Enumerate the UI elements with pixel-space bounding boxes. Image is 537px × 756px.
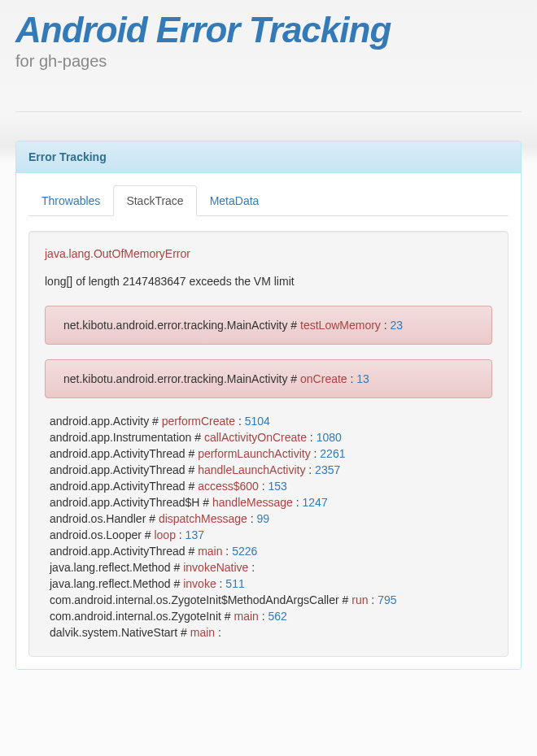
stack-frame: android.app.Instrumentation # callActivi…	[50, 429, 492, 445]
frame-class: android.app.ActivityThread	[50, 545, 186, 558]
frame-method: invoke	[183, 577, 216, 590]
frame-method: testLowMemory	[300, 319, 381, 332]
tab-throwables[interactable]: Throwables	[28, 185, 113, 216]
frame-line[interactable]: 13	[356, 372, 369, 385]
frame-class: net.kibotu.android.error.tracking.MainAc…	[63, 372, 287, 385]
stack-frame: android.app.ActivityThread # handleLaunc…	[50, 462, 492, 478]
stack-frame: android.app.ActivityThread$H # handleMes…	[50, 494, 492, 511]
app-stack-frame: net.kibotu.android.error.tracking.MainAc…	[45, 306, 492, 345]
frame-line[interactable]: 23	[391, 319, 404, 332]
stack-frame: android.app.Activity # performCreate : 5…	[50, 413, 492, 429]
stack-frame: android.os.Handler # dispatchMessage : 9…	[50, 511, 492, 527]
frame-class: android.os.Handler	[50, 512, 146, 525]
frame-method: performCreate	[162, 415, 235, 428]
system-frames: android.app.Activity # performCreate : 5…	[45, 413, 492, 641]
tabs: ThrowablesStackTraceMetaData	[28, 185, 509, 216]
frame-method: performLaunchActivity	[198, 447, 311, 460]
frame-method: handleLaunchActivity	[198, 463, 305, 476]
frame-method: invokeNative	[183, 561, 248, 574]
stack-frame: android.os.Looper # loop : 137	[50, 527, 492, 543]
panel-heading: Error Tracking	[16, 141, 521, 173]
app-stack-frame: net.kibotu.android.error.tracking.MainAc…	[45, 359, 492, 398]
frame-line[interactable]: 2357	[315, 463, 340, 476]
page-title: Android Error Tracking	[15, 0, 522, 52]
frame-line[interactable]: 511	[225, 577, 244, 590]
frame-line[interactable]: 153	[268, 480, 287, 493]
frame-method: main	[190, 626, 215, 639]
frame-line[interactable]: 5226	[232, 545, 257, 558]
stack-frame: com.android.internal.os.ZygoteInit$Metho…	[50, 592, 492, 608]
frame-class: android.app.ActivityThread	[50, 447, 186, 460]
stack-frame: java.lang.reflect.Method # invoke : 511	[50, 576, 492, 592]
panel-body: ThrowablesStackTraceMetaData java.lang.O…	[16, 173, 521, 669]
stack-frame: dalvik.system.NativeStart # main :	[50, 624, 492, 641]
frame-line[interactable]: 1080	[317, 431, 342, 444]
frame-method: access$600	[198, 480, 259, 493]
frame-method: run	[351, 593, 368, 606]
frame-class: android.os.Looper	[50, 528, 142, 541]
frame-class: com.android.internal.os.ZygoteInit$Metho…	[50, 593, 339, 606]
frame-class: java.lang.reflect.Method	[50, 577, 171, 590]
error-tracking-panel: Error Tracking ThrowablesStackTraceMetaD…	[15, 141, 522, 670]
frame-class: net.kibotu.android.error.tracking.MainAc…	[63, 319, 287, 332]
stack-frame: java.lang.reflect.Method # invokeNative …	[50, 559, 492, 576]
frame-line[interactable]: 562	[268, 610, 287, 623]
frame-class: com.android.internal.os.ZygoteInit	[50, 610, 221, 623]
frame-line[interactable]: 1247	[303, 496, 328, 509]
stack-frame: android.app.ActivityThread # performLaun…	[50, 445, 492, 462]
frame-class: android.app.Instrumentation	[50, 431, 191, 444]
frame-line[interactable]: 795	[378, 593, 396, 606]
stacktrace-well: java.lang.OutOfMemoryError long[] of len…	[28, 231, 509, 657]
frame-class: android.app.ActivityThread$H	[50, 496, 199, 509]
frame-method: onCreate	[300, 372, 347, 385]
frame-method: dispatchMessage	[159, 512, 247, 525]
frame-method: loop	[154, 528, 175, 541]
frame-line[interactable]: 137	[186, 528, 204, 541]
frame-method: callActivityOnCreate	[204, 431, 307, 444]
frame-method: main	[234, 610, 258, 623]
frame-class: android.app.Activity	[50, 415, 149, 428]
stack-frame: android.app.ActivityThread # access$600 …	[50, 478, 492, 494]
tab-metadata[interactable]: MetaData	[197, 185, 273, 216]
frame-class: dalvik.system.NativeStart	[50, 626, 177, 639]
frame-line[interactable]: 99	[257, 512, 270, 525]
frame-line[interactable]: 2261	[320, 447, 345, 460]
stack-frame: com.android.internal.os.ZygoteInit # mai…	[50, 608, 492, 624]
exception-class: java.lang.OutOfMemoryError	[45, 247, 492, 260]
tab-stacktrace[interactable]: StackTrace	[113, 185, 196, 216]
frame-method: handleMessage	[212, 496, 293, 509]
frame-class: java.lang.reflect.Method	[50, 561, 171, 574]
frame-method: main	[198, 545, 222, 558]
exception-message: long[] of length 2147483647 exceeds the …	[45, 275, 492, 288]
divider	[15, 111, 522, 112]
frame-line[interactable]: 5104	[245, 415, 270, 428]
frame-class: android.app.ActivityThread	[50, 463, 186, 476]
frame-class: android.app.ActivityThread	[50, 480, 186, 493]
page-subtitle: for gh-pages	[15, 52, 522, 111]
stack-frame: android.app.ActivityThread # main : 5226	[50, 543, 492, 559]
